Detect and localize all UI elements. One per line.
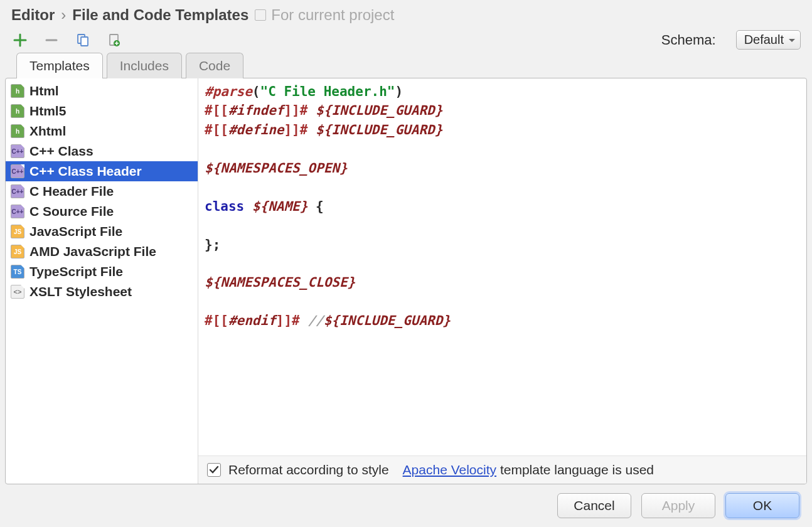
list-item-label: JavaScript File	[29, 224, 122, 239]
list-item[interactable]: TSTypeScript File	[6, 262, 198, 282]
breadcrumb-scope: For current project	[255, 6, 394, 24]
file-icon: TS	[11, 265, 24, 279]
editor-footer: Reformat according to style Apache Veloc…	[198, 455, 806, 484]
toolbar: Schema: Default	[5, 30, 807, 52]
list-item[interactable]: hHtml	[6, 81, 198, 101]
template-list[interactable]: hHtmlhHtml5hXhtmlC++C++ ClassC++C++ Clas…	[6, 78, 198, 484]
breadcrumb-sep: ›	[61, 6, 66, 24]
velocity-link[interactable]: Apache Velocity	[403, 462, 496, 477]
list-item-label: Html5	[29, 104, 66, 119]
list-item-label: TypeScript File	[29, 264, 123, 279]
apply-button[interactable]: Apply	[641, 493, 715, 518]
list-item[interactable]: C++C Header File	[6, 181, 198, 201]
project-scope-icon	[255, 9, 266, 21]
breadcrumb-root: Editor	[11, 6, 55, 24]
schema-dropdown[interactable]: Default	[736, 30, 801, 50]
create-file-button[interactable]	[105, 31, 123, 49]
file-icon: JS	[11, 225, 24, 238]
list-item[interactable]: C++C++ Class Header	[6, 161, 198, 181]
list-item-label: Html	[29, 83, 59, 98]
list-item[interactable]: <>XSLT Stylesheet	[6, 282, 198, 302]
ok-button[interactable]: OK	[725, 493, 799, 518]
list-item-label: C Source File	[29, 204, 114, 219]
list-item-label: C Header File	[29, 184, 114, 199]
svg-rect-1	[81, 37, 88, 46]
list-item[interactable]: JSJavaScript File	[6, 221, 198, 242]
reformat-checkbox[interactable]	[207, 463, 221, 477]
list-item[interactable]: hHtml5	[6, 101, 198, 121]
tab-templates[interactable]: Templates	[16, 53, 103, 78]
template-lang-note: Apache Velocity template language is use…	[403, 462, 654, 477]
tab-includes[interactable]: Includes	[107, 53, 182, 78]
list-item-label: AMD JavaScript File	[29, 244, 156, 259]
dialog-actions: Cancel Apply OK	[5, 484, 807, 521]
content-pane: hHtmlhHtml5hXhtmlC++C++ ClassC++C++ Clas…	[5, 78, 807, 484]
file-icon: C++	[11, 164, 24, 178]
file-icon: JS	[11, 245, 24, 258]
copy-button[interactable]	[74, 31, 92, 49]
list-item-label: XSLT Stylesheet	[29, 284, 132, 299]
file-icon: h	[11, 104, 24, 118]
list-item-label: Xhtml	[29, 124, 66, 139]
schema-label: Schema:	[661, 32, 716, 48]
file-icon: <>	[11, 285, 24, 299]
file-icon: C++	[11, 205, 24, 218]
remove-button[interactable]	[43, 31, 60, 49]
file-icon: C++	[11, 184, 24, 198]
breadcrumb-page: File and Code Templates	[72, 6, 248, 24]
tab-code[interactable]: Code	[186, 53, 243, 78]
file-icon: h	[11, 124, 24, 138]
list-item-label: C++ Class	[29, 144, 93, 159]
list-item[interactable]: C++C++ Class	[6, 141, 198, 161]
breadcrumb: Editor › File and Code Templates For cur…	[5, 4, 807, 30]
tab-bar: TemplatesIncludesCode	[5, 53, 807, 78]
cancel-button[interactable]: Cancel	[557, 493, 631, 518]
file-icon: C++	[11, 144, 24, 158]
list-item-label: C++ Class Header	[29, 164, 142, 179]
list-item[interactable]: hXhtml	[6, 121, 198, 141]
template-code-editor[interactable]: #parse("C File Header.h") #[[#ifndef]]# …	[198, 78, 806, 455]
file-icon: h	[11, 84, 24, 98]
list-item[interactable]: JSAMD JavaScript File	[6, 242, 198, 262]
reformat-label: Reformat according to style	[228, 462, 389, 477]
list-item[interactable]: C++C Source File	[6, 201, 198, 221]
add-button[interactable]	[11, 31, 29, 49]
